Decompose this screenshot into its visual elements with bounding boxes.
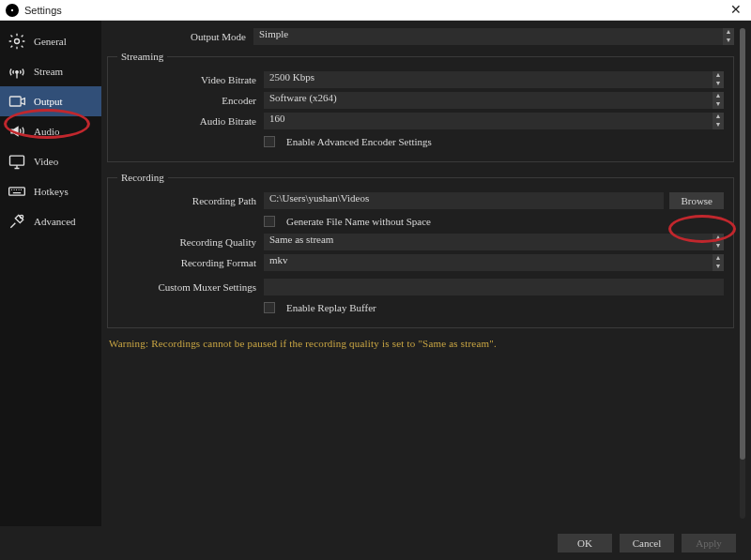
sidebar-item-label: Stream (34, 66, 63, 77)
sidebar-item-label: Video (34, 156, 58, 167)
svg-point-5 (20, 215, 23, 218)
scrollbar[interactable] (740, 28, 745, 519)
sidebar: General Stream Output Audio Video Hotkey… (0, 21, 101, 526)
apply-button[interactable]: Apply (682, 534, 736, 552)
close-button[interactable]: ✕ (727, 2, 745, 18)
video-bitrate-input[interactable]: 2500 Kbps (264, 71, 724, 88)
svg-point-0 (15, 39, 20, 44)
warning-text: Warning: Recordings cannot be paused if … (109, 338, 732, 349)
enable-advanced-label: Enable Advanced Encoder Settings (286, 136, 432, 147)
monitor-icon (8, 152, 26, 171)
cancel-button[interactable]: Cancel (620, 534, 674, 552)
sidebar-item-video[interactable]: Video (0, 146, 101, 176)
sidebar-item-label: Audio (34, 126, 60, 137)
recording-group: Recording Recording Path C:\Users\yushan… (107, 172, 734, 328)
muxer-label: Custom Muxer Settings (117, 281, 264, 293)
sidebar-item-output[interactable]: Output (0, 86, 101, 116)
sidebar-item-general[interactable]: General (0, 26, 101, 56)
sidebar-item-label: General (34, 36, 67, 47)
encoder-select[interactable]: Software (x264) (264, 92, 724, 109)
recording-path-input[interactable]: C:\Users\yushan\Videos (264, 192, 664, 209)
audio-bitrate-select[interactable]: 160 (264, 113, 724, 129)
app-body: General Stream Output Audio Video Hotkey… (0, 21, 751, 560)
sidebar-item-audio[interactable]: Audio (0, 116, 101, 146)
recording-format-spinner[interactable]: ▲▼ (713, 254, 724, 271)
muxer-input[interactable] (264, 279, 724, 295)
app-icon (6, 4, 19, 17)
sidebar-item-hotkeys[interactable]: Hotkeys (0, 176, 101, 206)
scrollbar-thumb[interactable] (740, 28, 745, 460)
browse-button[interactable]: Browse (669, 192, 724, 209)
enable-advanced-checkbox[interactable] (264, 136, 275, 147)
speaker-icon (8, 122, 26, 141)
svg-rect-4 (9, 188, 25, 195)
output-icon (8, 92, 26, 111)
output-mode-select[interactable]: Simple (253, 28, 734, 45)
recording-quality-select[interactable]: Same as stream (264, 234, 724, 250)
recording-path-label: Recording Path (117, 195, 264, 206)
enable-replay-label: Enable Replay Buffer (286, 302, 376, 313)
video-bitrate-label: Video Bitrate (117, 74, 264, 85)
sidebar-item-stream[interactable]: Stream (0, 56, 101, 86)
gear-icon (8, 32, 26, 51)
sidebar-item-label: Hotkeys (34, 186, 69, 197)
audio-bitrate-label: Audio Bitrate (117, 115, 264, 127)
recording-format-label: Recording Format (117, 257, 264, 268)
output-mode-label: Output Mode (107, 31, 253, 42)
streaming-group: Streaming Video Bitrate 2500 Kbps ▲▼ Enc… (107, 51, 734, 162)
main-panel: Output Mode Simple ▲▼ Streaming Video Bi… (101, 21, 751, 526)
encoder-spinner[interactable]: ▲▼ (713, 92, 724, 109)
enable-replay-checkbox[interactable] (264, 302, 275, 313)
select-spinner[interactable]: ▲▼ (723, 28, 734, 45)
video-bitrate-spinner[interactable]: ▲▼ (713, 71, 724, 88)
keyboard-icon (8, 182, 26, 201)
svg-rect-3 (10, 156, 24, 165)
sidebar-item-advanced[interactable]: Advanced (0, 206, 101, 236)
titlebar: Settings ✕ (0, 0, 751, 21)
generate-no-space-label: Generate File Name without Space (286, 216, 431, 227)
recording-format-select[interactable]: mkv (264, 254, 724, 271)
ok-button[interactable]: OK (558, 534, 612, 552)
window-title: Settings (24, 5, 727, 16)
recording-quality-spinner[interactable]: ▲▼ (713, 234, 724, 250)
footer: OK Cancel Apply (0, 526, 751, 560)
tools-icon (8, 212, 26, 231)
audio-bitrate-spinner[interactable]: ▲▼ (713, 113, 724, 129)
generate-no-space-checkbox[interactable] (264, 216, 275, 227)
streaming-legend: Streaming (117, 51, 167, 62)
broadcast-icon (8, 62, 26, 81)
encoder-label: Encoder (117, 95, 264, 106)
sidebar-item-label: Output (34, 96, 63, 107)
recording-legend: Recording (117, 172, 168, 183)
svg-rect-2 (10, 97, 22, 106)
recording-quality-label: Recording Quality (117, 236, 264, 248)
sidebar-item-label: Advanced (34, 216, 76, 227)
